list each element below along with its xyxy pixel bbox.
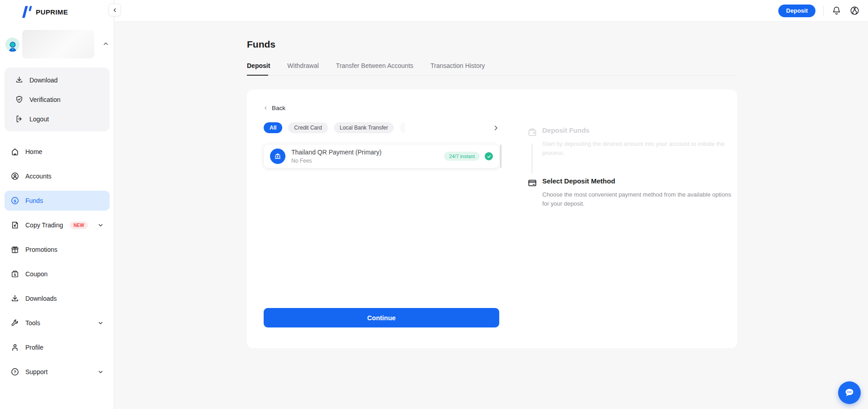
sidebar-item-support[interactable]: ? Support: [5, 362, 110, 382]
step-connector-line: [532, 144, 532, 173]
step-description: Choose the most convenient payment metho…: [542, 190, 732, 208]
deposit-button[interactable]: Deposit: [778, 5, 815, 17]
sidebar-collapse-button[interactable]: [108, 4, 121, 16]
account-name-placeholder: [22, 30, 94, 58]
tools-icon: [10, 318, 19, 327]
sidebar-item-label: Tools: [25, 319, 40, 327]
brand-logo[interactable]: PUPRIME: [19, 6, 68, 18]
page-title: Funds: [247, 39, 737, 50]
methods-scrollbar[interactable]: [500, 144, 502, 168]
step-deposit-funds: Deposit Funds Start by depositing the de…: [527, 126, 732, 177]
sidebar-item-tools[interactable]: Tools: [5, 313, 110, 333]
tab-transaction-history[interactable]: Transaction History: [430, 62, 485, 75]
account-menu-label: Download: [29, 77, 58, 84]
profile-icon: [10, 343, 19, 352]
topbar-divider: [823, 6, 824, 16]
sidebar-item-label: Profile: [25, 344, 43, 351]
copy-trading-icon: [10, 221, 19, 230]
gift-icon: [10, 245, 19, 254]
brand-name: PUPRIME: [36, 8, 68, 16]
svg-text:?: ?: [14, 370, 16, 374]
account-menu-label: Logout: [29, 115, 49, 123]
shield-check-icon: [15, 95, 24, 104]
deposit-panel: Back All Credit Card Local Bank Transfer…: [247, 90, 737, 348]
topbar: Deposit: [115, 0, 868, 22]
support-icon: ?: [10, 367, 19, 376]
chevron-up-icon[interactable]: [102, 40, 109, 47]
avatar[interactable]: [5, 38, 19, 52]
chevron-left-icon: [112, 7, 118, 13]
deposit-steps: Deposit Funds Start by depositing the de…: [527, 126, 732, 208]
chevron-down-icon: [97, 369, 104, 375]
sidebar-item-label: Home: [25, 148, 42, 155]
method-filter-chips: All Credit Card Local Bank Transfer: [264, 122, 499, 133]
download-icon: [10, 294, 19, 303]
download-icon: [15, 76, 24, 84]
sidebar-item-label: Support: [25, 368, 48, 375]
instant-badge: 24/7 instant: [444, 152, 480, 161]
globe-icon[interactable]: [849, 5, 860, 16]
funds-icon: $: [10, 196, 19, 205]
bank-icon: [270, 149, 285, 164]
sidebar-item-downloads[interactable]: Downloads: [5, 289, 110, 308]
sidebar-item-profile[interactable]: Profile: [5, 337, 110, 357]
selected-check-icon: [485, 152, 493, 160]
sidebar-item-funds[interactable]: $ Funds: [5, 191, 110, 211]
chevron-right-icon[interactable]: [492, 125, 499, 131]
logout-icon: [15, 115, 24, 123]
credit-card-icon: [527, 178, 537, 188]
account-menu-item-logout[interactable]: Logout: [5, 110, 110, 128]
tab-deposit[interactable]: Deposit: [247, 62, 270, 75]
account-menu-item-download[interactable]: Download: [5, 71, 110, 89]
chat-bubble-icon: [843, 386, 856, 399]
wallet-icon: [527, 127, 537, 137]
sidebar-item-label: Funds: [25, 197, 43, 204]
continue-button[interactable]: Continue: [264, 308, 499, 327]
sidebar-item-label: Promotions: [25, 246, 58, 253]
step-title: Deposit Funds: [542, 126, 732, 134]
filter-chip-partial: [400, 122, 405, 133]
sidebar: PUPRIME Download Verification: [0, 0, 114, 409]
sidebar-item-label: Copy Trading: [25, 221, 63, 229]
new-badge: NEW: [70, 221, 87, 229]
account-menu: Download Verification Logout: [5, 67, 110, 131]
home-icon: [10, 147, 19, 156]
sidebar-item-promotions[interactable]: Promotions: [5, 240, 110, 260]
payment-method-name: Thailand QR Payment (Primary): [291, 149, 381, 156]
chevron-down-icon: [97, 222, 104, 228]
back-label: Back: [272, 105, 285, 111]
sidebar-item-label: Accounts: [25, 173, 52, 180]
step-description: Start by depositing the desired amount i…: [542, 140, 732, 158]
svg-text:$: $: [14, 198, 16, 203]
account-menu-label: Verification: [29, 96, 60, 103]
tab-transfer-between-accounts[interactable]: Transfer Between Accounts: [336, 62, 414, 75]
account-menu-item-verification[interactable]: Verification: [5, 91, 110, 109]
tab-withdrawal[interactable]: Withdrawal: [287, 62, 318, 75]
step-select-deposit-method: Select Deposit Method Choose the most co…: [527, 177, 732, 208]
payment-method-fees: No Fees: [291, 158, 381, 164]
accounts-icon: [10, 172, 19, 181]
chevron-left-icon: [264, 106, 268, 111]
tabs: Deposit Withdrawal Transfer Between Acco…: [247, 62, 737, 76]
back-button[interactable]: Back: [264, 105, 285, 111]
chat-widget-button[interactable]: [838, 381, 861, 404]
sidebar-item-label: Downloads: [25, 295, 57, 302]
main-content: Funds Deposit Withdrawal Transfer Betwee…: [115, 22, 868, 409]
chevron-down-icon: [97, 320, 104, 326]
puprime-logo-icon: [19, 6, 32, 18]
sidebar-item-accounts[interactable]: Accounts: [5, 166, 110, 186]
sidebar-nav: Home Accounts $ Funds Copy Trading NEW: [5, 142, 110, 386]
payment-method-text: Thailand QR Payment (Primary) No Fees: [291, 149, 381, 164]
filter-chip-all[interactable]: All: [264, 122, 282, 133]
payment-method-row[interactable]: Thailand QR Payment (Primary) No Fees 24…: [264, 144, 499, 168]
sidebar-item-label: Coupon: [25, 270, 48, 278]
svg-text:$: $: [14, 273, 16, 277]
step-title: Select Deposit Method: [542, 177, 732, 185]
sidebar-item-coupon[interactable]: $ Coupon: [5, 264, 110, 284]
bell-icon[interactable]: [831, 5, 842, 16]
filter-chip-local-bank-transfer[interactable]: Local Bank Transfer: [334, 122, 394, 133]
coupon-icon: $: [10, 269, 19, 279]
filter-chip-credit-card[interactable]: Credit Card: [288, 122, 328, 133]
sidebar-item-copy-trading[interactable]: Copy Trading NEW: [5, 215, 110, 235]
sidebar-item-home[interactable]: Home: [5, 142, 110, 162]
